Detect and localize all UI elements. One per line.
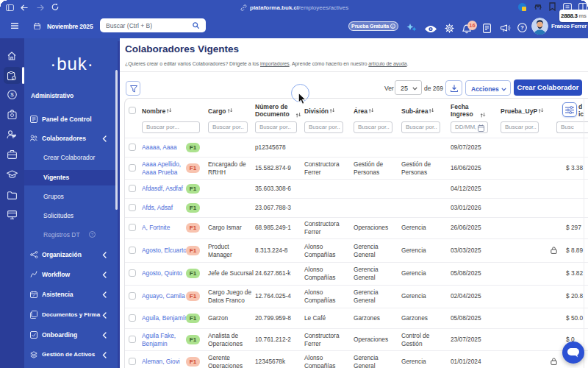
svg-text:✓: ✓ [32,293,35,297]
svg-text:?: ? [91,233,93,237]
svg-text:✓: ✓ [12,77,15,80]
svg-text:$: $ [10,91,14,98]
svg-text:?: ? [520,24,524,31]
